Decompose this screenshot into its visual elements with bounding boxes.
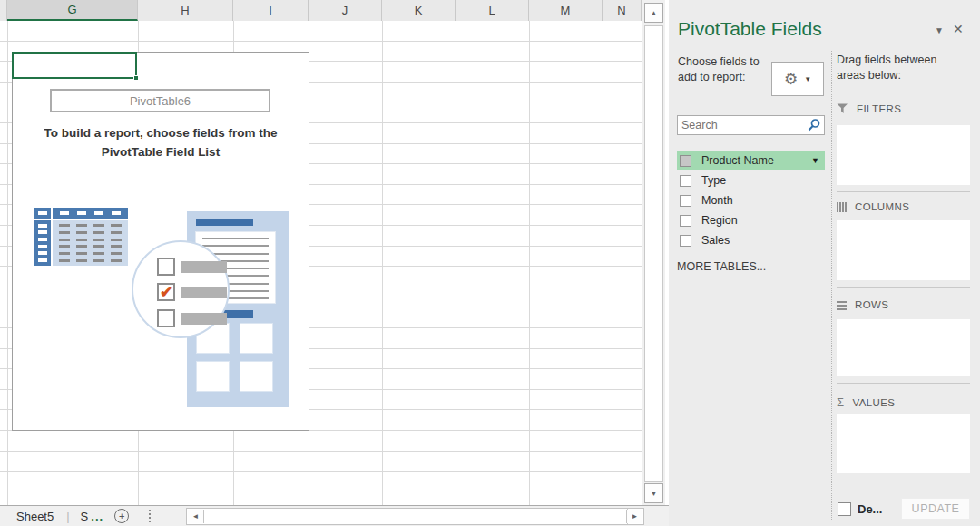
field-checkbox[interactable] bbox=[680, 155, 691, 167]
gridline bbox=[7, 21, 8, 505]
sheet-tab-partial[interactable]: S bbox=[81, 510, 89, 523]
column-header-row: G H I J K L M N bbox=[0, 0, 642, 21]
area-divider bbox=[837, 287, 970, 288]
fill-handle[interactable] bbox=[133, 75, 139, 81]
vertical-scrollbar[interactable]: ▲ ▼ bbox=[642, 0, 665, 505]
search-icon[interactable] bbox=[807, 118, 821, 132]
gridline bbox=[529, 21, 530, 505]
gear-icon: ⚙ bbox=[784, 72, 798, 87]
report-area-square bbox=[196, 361, 230, 392]
area-divider bbox=[837, 383, 970, 384]
field-checkbox[interactable] bbox=[680, 235, 691, 247]
tools-button[interactable]: ⚙ ▼ bbox=[771, 62, 824, 96]
field-dropdown-icon[interactable]: ▼ bbox=[811, 156, 819, 165]
update-button[interactable]: UPDATE bbox=[901, 498, 970, 520]
drag-fields-label: Drag fields between areas below: bbox=[837, 53, 968, 84]
pivot-placeholder-graphic: ✔ bbox=[13, 53, 309, 430]
panel-options-icon[interactable]: ▼ bbox=[935, 25, 944, 35]
values-drop-area[interactable] bbox=[837, 414, 970, 473]
sheet-tab-bar: Sheet5 | S ... + ◄ ► bbox=[0, 505, 669, 526]
gridline bbox=[603, 21, 603, 505]
search-input[interactable] bbox=[678, 119, 807, 132]
choose-fields-label: Choose fields to add to report: bbox=[678, 54, 770, 86]
area-divider bbox=[837, 191, 970, 192]
graphic-field-row bbox=[157, 258, 227, 276]
sheet-tab-overflow[interactable]: ... bbox=[91, 510, 103, 523]
panel-title: PivotTable Fields bbox=[678, 18, 822, 40]
field-row-product-name[interactable]: Product Name ▼ bbox=[677, 151, 825, 170]
field-checkbox[interactable] bbox=[680, 175, 691, 187]
field-checkbox[interactable] bbox=[680, 215, 691, 227]
column-header-h[interactable]: H bbox=[138, 0, 233, 21]
rows-icon bbox=[837, 300, 847, 310]
defer-layout-checkbox[interactable] bbox=[838, 502, 851, 516]
field-list: Product Name ▼ Type Month Region Sales bbox=[677, 151, 825, 250]
source-table-icon bbox=[34, 208, 128, 266]
field-row-region[interactable]: Region bbox=[677, 210, 825, 230]
table-body bbox=[53, 220, 128, 266]
column-header-i[interactable]: I bbox=[233, 0, 309, 21]
panel-divider bbox=[831, 51, 832, 520]
column-header-l[interactable]: L bbox=[456, 0, 529, 21]
active-cell-selection[interactable] bbox=[12, 52, 137, 79]
scroll-down-button[interactable]: ▼ bbox=[644, 483, 663, 503]
filters-area-label: FILTERS bbox=[837, 103, 901, 114]
scroll-right-button[interactable]: ► bbox=[626, 510, 642, 523]
more-tables-link[interactable]: MORE TABLES... bbox=[677, 260, 766, 273]
field-row-month[interactable]: Month bbox=[677, 190, 825, 210]
plus-icon: + bbox=[119, 511, 124, 521]
gridline bbox=[382, 21, 383, 505]
excel-pivot-view: G H I J K L M N PivotTable6 To bbox=[0, 0, 980, 526]
columns-drop-area[interactable] bbox=[837, 220, 970, 280]
sigma-icon: Σ bbox=[837, 395, 844, 409]
column-header-partial[interactable] bbox=[0, 0, 7, 21]
unchecked-checkbox-icon bbox=[157, 258, 175, 276]
table-corner bbox=[34, 208, 51, 219]
unchecked-checkbox-icon bbox=[157, 309, 175, 327]
column-header-g[interactable]: G bbox=[7, 0, 138, 21]
sheet-tab-sheet5[interactable]: Sheet5 bbox=[16, 510, 54, 523]
gridline bbox=[456, 21, 456, 505]
pivot-placeholder[interactable]: PivotTable6 To build a report, choose fi… bbox=[12, 52, 309, 431]
tab-separator: | bbox=[66, 510, 69, 523]
filter-icon bbox=[837, 103, 848, 114]
pivottable-fields-panel: PivotTable Fields ▼ ✕ Choose fields to a… bbox=[669, 0, 980, 526]
column-header-m[interactable]: M bbox=[529, 0, 603, 21]
table-header-col bbox=[34, 220, 51, 266]
chevron-down-icon: ▼ bbox=[804, 75, 811, 83]
close-icon[interactable]: ✕ bbox=[953, 22, 964, 36]
vertical-scrollbar-thumb[interactable] bbox=[644, 25, 663, 482]
columns-icon bbox=[837, 202, 847, 212]
scroll-up-button[interactable]: ▲ bbox=[644, 3, 663, 23]
new-sheet-button[interactable]: + bbox=[114, 509, 129, 523]
column-header-n[interactable]: N bbox=[603, 0, 642, 21]
filters-drop-area[interactable] bbox=[837, 125, 970, 185]
graphic-field-row-checked: ✔ bbox=[157, 283, 227, 301]
scroll-left-button[interactable]: ◄ bbox=[188, 510, 204, 523]
field-row-type[interactable]: Type bbox=[677, 170, 825, 190]
search-box[interactable] bbox=[677, 115, 825, 135]
report-area-square bbox=[240, 361, 273, 392]
report-title-bar bbox=[196, 219, 253, 226]
values-area-label: Σ VALUES bbox=[837, 395, 895, 409]
horizontal-scrollbar-thumb[interactable] bbox=[205, 509, 628, 524]
horizontal-scrollbar[interactable]: ◄ ► bbox=[186, 508, 644, 525]
spreadsheet-grid[interactable]: G H I J K L M N PivotTable6 To bbox=[0, 0, 642, 505]
report-area-square bbox=[240, 323, 273, 354]
tab-scrollbar-splitter[interactable] bbox=[149, 510, 151, 522]
rows-area-label: ROWS bbox=[837, 299, 888, 310]
column-header-j[interactable]: J bbox=[309, 0, 382, 21]
rows-drop-area[interactable] bbox=[837, 319, 970, 376]
checked-checkbox-icon: ✔ bbox=[157, 283, 175, 301]
graphic-field-row bbox=[157, 309, 227, 327]
defer-layout-label: De... bbox=[858, 502, 882, 516]
table-header-row bbox=[53, 208, 128, 219]
column-header-k[interactable]: K bbox=[382, 0, 456, 21]
columns-area-label: COLUMNS bbox=[837, 201, 909, 212]
field-checkbox[interactable] bbox=[680, 195, 691, 207]
field-row-sales[interactable]: Sales bbox=[677, 230, 825, 250]
